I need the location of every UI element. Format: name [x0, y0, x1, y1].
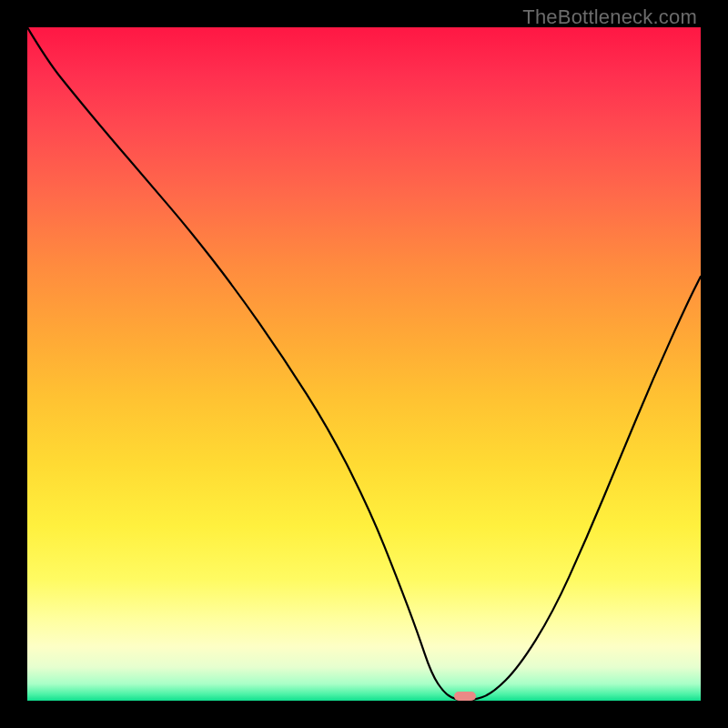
optimum-marker	[454, 692, 476, 701]
watermark-text: TheBottleneck.com	[522, 5, 697, 29]
bottleneck-curve	[27, 27, 701, 701]
chart-frame: TheBottleneck.com	[0, 0, 728, 728]
plot-area	[27, 27, 701, 701]
